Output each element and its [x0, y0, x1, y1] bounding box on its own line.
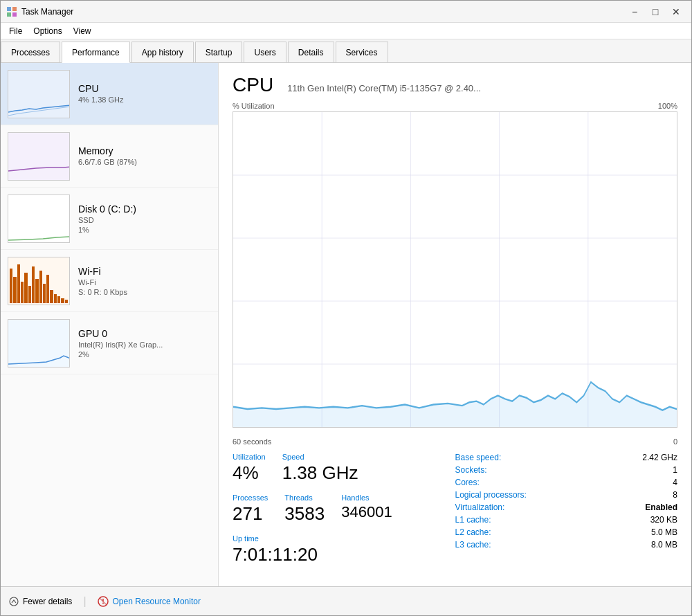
- tab-app-history[interactable]: App history: [131, 42, 194, 62]
- disk-sub2: 1%: [78, 226, 211, 234]
- stat-speed: Speed 1.38 GHz: [282, 453, 358, 484]
- stats-section: Utilization 4% Speed 1.38 GHz Processes …: [233, 453, 677, 575]
- stats-left: Utilization 4% Speed 1.38 GHz Processes …: [233, 453, 455, 575]
- memory-label: Memory: [78, 145, 211, 156]
- stat-processes: Processes 271: [233, 493, 268, 525]
- info-virtualization: Virtualization: Enabled: [455, 502, 678, 512]
- app-icon: [6, 6, 17, 17]
- fewer-details-button[interactable]: Fewer details: [9, 597, 72, 606]
- window-title: Task Manager: [21, 7, 625, 17]
- menu-bar: File Options View: [1, 23, 691, 39]
- stat-uptime: Up time 7:01:11:20: [233, 534, 455, 565]
- sidebar-item-memory[interactable]: Memory 6.6/7.6 GB (87%): [1, 125, 218, 188]
- menu-file[interactable]: File: [3, 25, 28, 37]
- info-l1: L1 cache: 320 KB: [455, 515, 678, 525]
- svg-rect-5: [8, 195, 70, 243]
- memory-info: Memory 6.6/7.6 GB (87%): [78, 145, 211, 167]
- disk-info: Disk 0 (C: D:) SSD 1%: [78, 203, 211, 234]
- l3-val: 8.0 MB: [651, 540, 677, 550]
- title-bar: Task Manager − □ ✕: [1, 1, 691, 23]
- chart-y-max: 100%: [658, 102, 677, 110]
- stats-right: Base speed: 2.42 GHz Sockets: 1 Cores: 4: [455, 453, 678, 575]
- logical-val: 8: [673, 490, 677, 500]
- disk-label: Disk 0 (C: D:): [78, 203, 211, 215]
- threads-value: 3583: [284, 503, 325, 525]
- sidebar-item-cpu[interactable]: CPU 4% 1.38 GHz: [1, 63, 218, 125]
- sidebar: CPU 4% 1.38 GHz Memory 6.6/7.6 GB (87%): [1, 63, 219, 586]
- uptime-label: Up time: [233, 534, 455, 543]
- cpu-info-table: Base speed: 2.42 GHz Sockets: 1 Cores: 4: [455, 453, 678, 550]
- wifi-sub2: S: 0 R: 0 Kbps: [78, 288, 211, 296]
- tab-startup[interactable]: Startup: [195, 42, 243, 62]
- stat-handles: Handles 346001: [341, 493, 392, 525]
- svg-rect-4: [8, 133, 70, 181]
- tab-services[interactable]: Services: [336, 42, 388, 62]
- wifi-bars-chart: [8, 257, 69, 305]
- utilization-label: Utilization: [233, 453, 266, 461]
- window-controls: − □ ✕: [625, 2, 686, 21]
- cores-val: 4: [673, 478, 677, 487]
- logical-key: Logical processors:: [455, 490, 527, 500]
- svg-rect-6: [8, 320, 70, 368]
- menu-options[interactable]: Options: [28, 25, 67, 37]
- chart-x-end: 0: [673, 437, 677, 446]
- handles-value: 346001: [341, 503, 392, 521]
- cpu-chart-area: [233, 111, 677, 428]
- chevron-up-icon: [9, 597, 19, 606]
- open-resource-monitor-button[interactable]: Open Resource Monitor: [98, 596, 201, 607]
- maximize-button[interactable]: □: [646, 2, 665, 21]
- l1-key: L1 cache:: [455, 515, 491, 525]
- sidebar-item-gpu[interactable]: GPU 0 Intel(R) Iris(R) Xe Grap... 2%: [1, 312, 218, 374]
- processes-value: 271: [233, 503, 268, 525]
- gpu-sub1: Intel(R) Iris(R) Xe Grap...: [78, 341, 211, 349]
- wifi-sub1: Wi-Fi: [78, 278, 211, 287]
- speed-value: 1.38 GHz: [282, 462, 358, 484]
- svg-rect-3: [12, 12, 17, 17]
- chart-labels-bottom: 60 seconds 0: [233, 437, 677, 446]
- cpu-sub: 4% 1.38 GHz: [78, 96, 211, 104]
- tab-details[interactable]: Details: [288, 42, 334, 62]
- task-manager-window: Task Manager − □ ✕ File Options View Pro…: [0, 0, 692, 616]
- gpu-thumbnail: [8, 319, 70, 368]
- resource-monitor-icon: [98, 596, 109, 607]
- threads-label: Threads: [284, 493, 325, 502]
- cpu-chart-svg: [233, 112, 677, 427]
- disk-thumbnail: [8, 194, 70, 243]
- info-logical: Logical processors: 8: [455, 490, 678, 500]
- cpu-model-text: 11th Gen Intel(R) Core(TM) i5-1135G7 @ 2…: [287, 83, 481, 93]
- info-sockets: Sockets: 1: [455, 465, 678, 475]
- separator: |: [83, 595, 86, 608]
- tab-processes[interactable]: Processes: [1, 42, 60, 62]
- chart-x-label: 60 seconds: [233, 437, 271, 446]
- info-l2: L2 cache: 5.0 MB: [455, 527, 678, 537]
- l2-val: 5.0 MB: [651, 527, 677, 537]
- svg-point-15: [10, 597, 18, 606]
- bottom-bar: Fewer details | Open Resource Monitor: [1, 586, 691, 615]
- gpu-label: GPU 0: [78, 328, 211, 339]
- cpu-info: CPU 4% 1.38 GHz: [78, 83, 211, 105]
- svg-rect-0: [7, 7, 11, 11]
- cpu-header: CPU 11th Gen Intel(R) Core(TM) i5-1135G7…: [233, 74, 677, 96]
- minimize-button[interactable]: −: [625, 2, 644, 21]
- sidebar-item-wifi[interactable]: Wi-Fi Wi-Fi S: 0 R: 0 Kbps: [1, 250, 218, 312]
- disk-sub1: SSD: [78, 216, 211, 224]
- cores-key: Cores:: [455, 478, 480, 487]
- memory-thumbnail: [8, 132, 70, 181]
- tab-performance[interactable]: Performance: [62, 42, 130, 63]
- gpu-info: GPU 0 Intel(R) Iris(R) Xe Grap... 2%: [78, 328, 211, 359]
- fewer-details-label: Fewer details: [23, 597, 72, 606]
- l3-key: L3 cache:: [455, 540, 491, 550]
- sockets-key: Sockets:: [455, 465, 487, 475]
- gpu-sub2: 2%: [78, 350, 211, 359]
- menu-view[interactable]: View: [68, 25, 97, 37]
- tab-users[interactable]: Users: [244, 42, 286, 62]
- cpu-main-title: CPU: [233, 74, 273, 96]
- stat-row-processes-threads-handles: Processes 271 Threads 3583 Handles 34600…: [233, 493, 455, 534]
- svg-rect-1: [12, 7, 17, 11]
- main-panel: CPU 11th Gen Intel(R) Core(TM) i5-1135G7…: [219, 63, 691, 586]
- chart-labels-top: % Utilization 100%: [233, 102, 677, 110]
- sidebar-item-disk[interactable]: Disk 0 (C: D:) SSD 1%: [1, 188, 218, 250]
- virtualization-val: Enabled: [645, 502, 677, 512]
- close-button[interactable]: ✕: [666, 2, 686, 21]
- stat-threads: Threads 3583: [284, 493, 325, 525]
